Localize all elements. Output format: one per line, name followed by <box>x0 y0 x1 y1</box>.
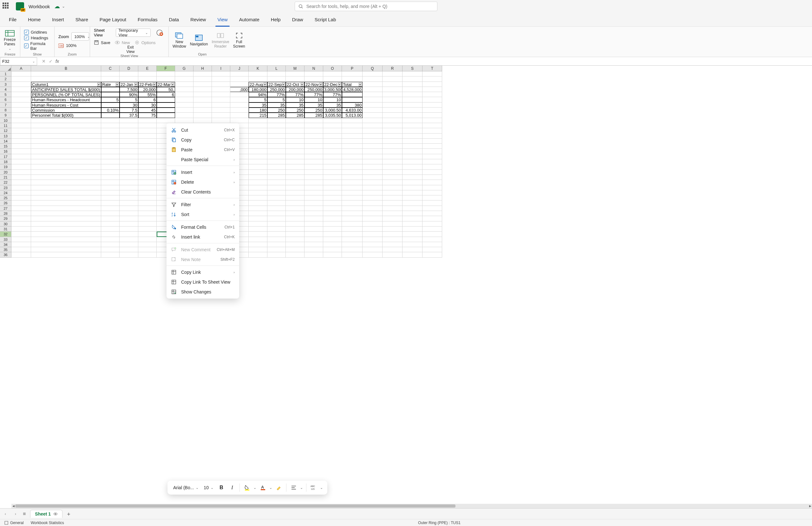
cell[interactable] <box>342 164 363 169</box>
cell[interactable] <box>11 71 31 76</box>
cell[interactable] <box>119 175 138 180</box>
cell[interactable] <box>119 170 138 175</box>
cell[interactable]: 22-Oct▾ <box>286 82 304 87</box>
cell[interactable] <box>382 196 403 200</box>
cell[interactable] <box>342 154 363 159</box>
cell[interactable] <box>286 222 304 227</box>
cell[interactable] <box>119 71 138 76</box>
cell[interactable] <box>230 118 249 123</box>
cell[interactable] <box>11 139 31 144</box>
column-header[interactable]: P <box>342 66 363 71</box>
cell[interactable] <box>304 216 323 221</box>
align-chevron[interactable]: ⌄ <box>299 483 304 493</box>
cell[interactable]: 22-Nov▾ <box>304 82 323 87</box>
cell[interactable] <box>363 71 382 76</box>
cell[interactable]: 7.5 <box>119 108 138 113</box>
cell[interactable] <box>422 170 442 175</box>
cell[interactable] <box>31 211 101 216</box>
cell[interactable] <box>342 222 363 227</box>
cell[interactable] <box>286 216 304 221</box>
menu-item-sort[interactable]: AZSort› <box>166 209 239 219</box>
cell[interactable] <box>382 102 403 108</box>
cell[interactable] <box>363 180 382 185</box>
cell[interactable] <box>342 185 363 190</box>
cell[interactable] <box>422 71 442 76</box>
cell[interactable] <box>342 211 363 216</box>
cell[interactable] <box>249 216 267 221</box>
cell[interactable] <box>175 108 193 113</box>
cell[interactable] <box>157 108 175 113</box>
cell[interactable] <box>249 149 267 154</box>
cell[interactable] <box>403 200 422 205</box>
prev-sheet-button[interactable]: ‹ <box>2 511 8 517</box>
cell[interactable] <box>31 118 101 123</box>
cell[interactable] <box>363 222 382 227</box>
cell[interactable] <box>11 149 31 154</box>
cell[interactable] <box>101 139 119 144</box>
cell[interactable] <box>249 71 267 76</box>
cell[interactable] <box>31 149 101 154</box>
cell[interactable] <box>323 211 342 216</box>
scroll-right-icon[interactable]: ▶ <box>808 504 812 508</box>
cell[interactable] <box>403 206 422 211</box>
cell[interactable] <box>382 242 403 247</box>
row-header[interactable]: 7 <box>0 102 11 108</box>
cell[interactable] <box>363 154 382 159</box>
row-header[interactable]: 34 <box>0 242 11 247</box>
row-header[interactable]: 36 <box>0 252 11 257</box>
cell[interactable] <box>304 200 323 205</box>
zoom-dropdown[interactable]: 100%⌄ <box>71 32 89 41</box>
cell[interactable] <box>342 196 363 200</box>
column-header[interactable]: J <box>230 66 249 71</box>
cell[interactable] <box>363 118 382 123</box>
cell[interactable] <box>323 170 342 175</box>
cell[interactable] <box>382 113 403 118</box>
cell[interactable] <box>323 242 342 247</box>
cell[interactable] <box>119 164 138 169</box>
number-format-chevron[interactable]: ⌄ <box>319 483 324 493</box>
cell[interactable] <box>342 123 363 128</box>
cell[interactable] <box>212 97 230 102</box>
row-header[interactable]: 3 <box>0 82 11 87</box>
cell[interactable] <box>101 247 119 252</box>
cell[interactable] <box>422 242 442 247</box>
cell[interactable] <box>11 231 31 237</box>
cell[interactable] <box>119 237 138 242</box>
cell[interactable] <box>304 144 323 149</box>
cell[interactable] <box>249 123 267 128</box>
cell[interactable] <box>403 237 422 242</box>
column-header[interactable]: O <box>323 66 342 71</box>
row-header[interactable]: 35 <box>0 247 11 252</box>
cell[interactable] <box>11 196 31 200</box>
cell[interactable] <box>286 185 304 190</box>
cell[interactable] <box>422 227 442 231</box>
cell[interactable] <box>286 71 304 76</box>
cell[interactable] <box>175 113 193 118</box>
cell[interactable] <box>31 180 101 185</box>
menu-item-copy-link[interactable]: Copy Link› <box>166 267 239 277</box>
cell[interactable] <box>157 113 175 118</box>
cell[interactable] <box>286 211 304 216</box>
cell[interactable] <box>267 211 286 216</box>
cell[interactable] <box>249 180 267 185</box>
cell[interactable]: 3,000,500 <box>323 87 342 92</box>
cell[interactable] <box>286 76 304 82</box>
cell[interactable] <box>304 164 323 169</box>
cell[interactable] <box>249 154 267 159</box>
exit-view-col[interactable]: Exit View <box>127 45 135 54</box>
cell[interactable] <box>304 252 323 257</box>
cell[interactable] <box>304 190 323 196</box>
font-size-dropdown[interactable]: 10⌄ <box>201 483 216 493</box>
cell[interactable] <box>138 133 157 139</box>
row-header[interactable]: 33 <box>0 237 11 242</box>
cell[interactable] <box>382 154 403 159</box>
cell[interactable] <box>342 247 363 252</box>
cell[interactable] <box>342 206 363 211</box>
cell[interactable] <box>101 118 119 123</box>
cell[interactable] <box>101 76 119 82</box>
cell[interactable] <box>382 252 403 257</box>
cell[interactable]: 30 <box>138 102 157 108</box>
cell[interactable] <box>138 231 157 237</box>
cell[interactable]: 250 <box>304 108 323 113</box>
cell[interactable]: 22-Mar▾ <box>157 82 175 87</box>
